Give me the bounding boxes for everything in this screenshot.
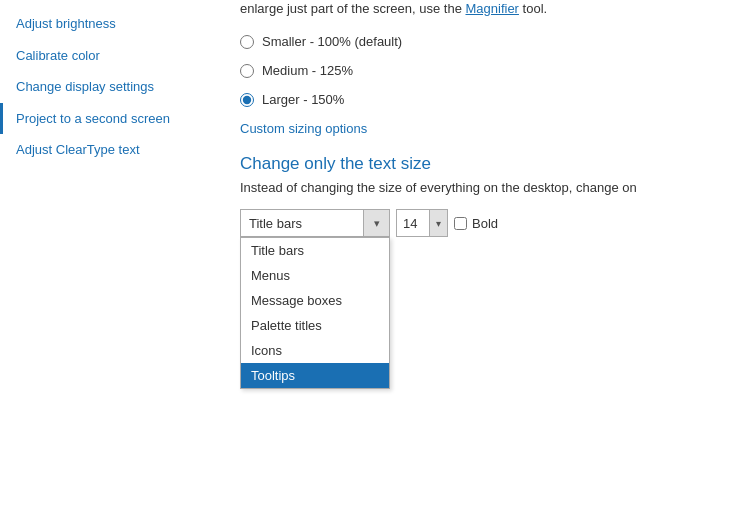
magnifier-link[interactable]: Magnifier	[465, 1, 518, 16]
dd-item-icons[interactable]: Icons	[241, 338, 389, 363]
radio-label-larger: Larger - 150%	[262, 92, 344, 107]
sidebar-item-adjust-brightness[interactable]: Adjust brightness	[0, 8, 220, 40]
section-title: Change only the text size	[240, 154, 730, 174]
radio-smaller[interactable]	[240, 35, 254, 49]
main-content: enlarge just part of the screen, use the…	[220, 0, 750, 512]
radio-option-larger: Larger - 150%	[240, 92, 730, 107]
section-desc: Instead of changing the size of everythi…	[240, 180, 730, 195]
dd-item-title-bars[interactable]: Title bars	[241, 238, 389, 263]
bold-checkbox[interactable]	[454, 217, 467, 230]
bold-checkbox-wrapper: Bold	[454, 216, 498, 231]
size-selected-value[interactable]: 14	[397, 210, 429, 236]
sidebar-item-cleartype[interactable]: Adjust ClearType text	[0, 134, 220, 166]
sidebar-item-project-screen[interactable]: Project to a second screen	[0, 103, 220, 135]
controls-row: Title bars ▾ Title barsMenusMessage boxe…	[240, 209, 730, 237]
radio-option-smaller: Smaller - 100% (default)	[240, 34, 730, 49]
radio-larger[interactable]	[240, 93, 254, 107]
radio-option-medium: Medium - 125%	[240, 63, 730, 78]
sidebar-item-change-display[interactable]: Change display settings	[0, 71, 220, 103]
text-type-dropdown-wrapper: Title bars ▾ Title barsMenusMessage boxe…	[240, 209, 390, 237]
dd-item-palette-titles[interactable]: Palette titles	[241, 313, 389, 338]
size-dropdown-arrow[interactable]: ▾	[429, 210, 447, 236]
radio-medium[interactable]	[240, 64, 254, 78]
text-type-selected-value[interactable]: Title bars	[241, 210, 363, 236]
text-type-dropdown-arrow[interactable]: ▾	[363, 210, 389, 236]
text-type-dropdown-popup: Title barsMenusMessage boxesPalette titl…	[240, 237, 390, 389]
sidebar: Adjust brightnessCalibrate colorChange d…	[0, 0, 220, 512]
bold-label: Bold	[472, 216, 498, 231]
dd-item-menus[interactable]: Menus	[241, 263, 389, 288]
intro-text: enlarge just part of the screen, use the…	[240, 0, 730, 18]
size-dropdown-wrapper: 14 ▾	[396, 209, 448, 237]
custom-sizing-link[interactable]: Custom sizing options	[240, 121, 730, 136]
dd-item-message-boxes[interactable]: Message boxes	[241, 288, 389, 313]
radio-label-smaller: Smaller - 100% (default)	[262, 34, 402, 49]
radio-label-medium: Medium - 125%	[262, 63, 353, 78]
sidebar-item-calibrate-color[interactable]: Calibrate color	[0, 40, 220, 72]
radio-group: Smaller - 100% (default)Medium - 125%Lar…	[240, 34, 730, 107]
dd-item-tooltips[interactable]: Tooltips	[241, 363, 389, 388]
